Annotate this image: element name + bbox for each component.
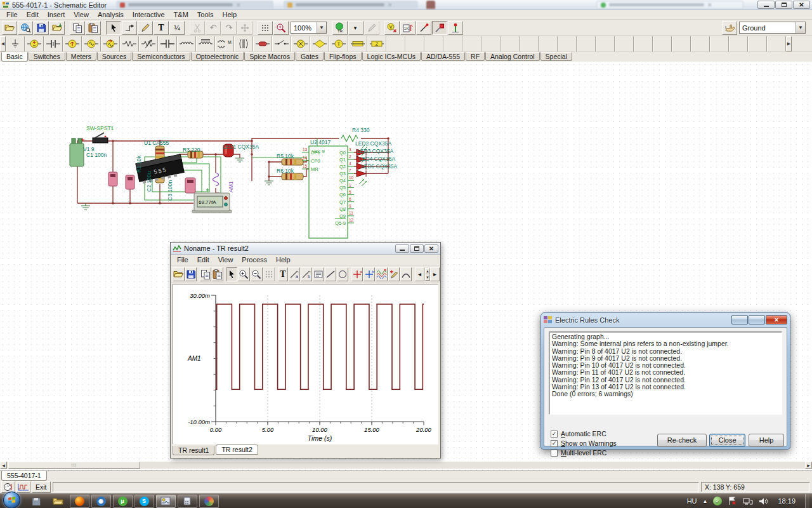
antivirus-icon[interactable]: ✓ <box>713 497 722 505</box>
open-button[interactable] <box>173 267 185 281</box>
select-button[interactable] <box>106 21 121 35</box>
menu-interactive[interactable]: Interactive <box>129 11 169 18</box>
tab-gates[interactable]: Gates <box>296 52 324 61</box>
cursor-a-button[interactable]: a <box>289 267 300 281</box>
close-button[interactable]: Close <box>709 434 745 447</box>
plot-close-button[interactable]: ✕ <box>424 244 438 253</box>
component-capacitor[interactable] <box>158 36 177 51</box>
text-button[interactable]: T <box>278 267 287 281</box>
redo-button[interactable]: ↷ <box>221 21 237 35</box>
component-jumper[interactable] <box>253 36 272 51</box>
pin-signal-button[interactable] <box>448 21 463 35</box>
spin-down-icon[interactable]: ▼ <box>425 274 430 281</box>
plot-menu-file[interactable]: File <box>173 256 192 264</box>
legend-button[interactable] <box>313 267 324 281</box>
scrollbar-thumb[interactable]: ⁞⁞⁞ <box>8 462 140 469</box>
checkbox-automatic-erc[interactable]: ✓Automatic ERC <box>551 429 617 438</box>
text-button[interactable]: T <box>154 21 169 35</box>
erc-maximize-button[interactable] <box>749 315 765 324</box>
component-fuse[interactable] <box>348 36 367 51</box>
save-button[interactable] <box>185 267 197 281</box>
language-indicator[interactable]: HU <box>687 497 697 505</box>
zoom-level-select[interactable]: 100%▼ <box>291 22 327 34</box>
interpolate-button[interactable] <box>400 267 412 281</box>
tab-sources[interactable]: Sources <box>97 52 132 61</box>
component-coupled-inductors[interactable] <box>234 36 253 51</box>
paste-button[interactable] <box>86 21 101 35</box>
tray-expand-icon[interactable]: ▲ <box>703 498 708 504</box>
interactive-button[interactable]: TR <box>332 21 348 35</box>
checkbox-box[interactable] <box>551 450 558 457</box>
tab-semiconductors[interactable]: Semiconductors <box>132 52 190 61</box>
menu-file[interactable]: File <box>3 11 22 18</box>
pencil-button[interactable] <box>138 21 153 35</box>
line-button[interactable] <box>325 267 336 281</box>
open-button[interactable] <box>2 21 17 35</box>
tab-optoelectronic[interactable]: Optoelectronic <box>191 52 244 61</box>
plot-menu-view[interactable]: View <box>214 256 237 264</box>
taskbar-app-floppy[interactable] <box>30 495 43 507</box>
menu-help[interactable]: Help <box>219 11 241 18</box>
action-center-icon[interactable] <box>728 497 737 505</box>
tab-basic[interactable]: Basic <box>1 52 28 62</box>
plot-tab-tr-result2[interactable]: TR result2 <box>216 444 258 455</box>
zoom-out-button[interactable] <box>251 267 263 281</box>
plot-menu-help[interactable]: Help <box>272 256 294 264</box>
taskbar-app-skype[interactable]: S <box>134 495 154 508</box>
network-icon[interactable] <box>743 497 753 505</box>
component-scroll-left[interactable]: ◀ <box>0 36 6 51</box>
erc-minimize-button[interactable] <box>731 315 748 324</box>
scroll-right-icon[interactable]: ▶ <box>805 462 812 469</box>
taskbar-app-explorer[interactable] <box>51 495 64 507</box>
component-iron-core-inductor[interactable] <box>196 36 215 51</box>
plot-titlebar[interactable]: Noname - TR result2 ✕ <box>171 243 440 255</box>
cursor-b-button[interactable]: b <box>301 267 312 281</box>
component-c3[interactable] <box>185 178 195 193</box>
volume-icon[interactable] <box>759 497 768 505</box>
component-current-source[interactable] <box>63 36 82 51</box>
save-button[interactable] <box>34 21 49 35</box>
pin-current-button[interactable] <box>416 21 431 35</box>
diagram-view-button[interactable] <box>16 481 30 493</box>
select-button[interactable] <box>226 267 237 281</box>
component-diode[interactable] <box>310 36 329 51</box>
component-transformer[interactable]: M <box>215 36 234 51</box>
wire-button[interactable] <box>122 21 137 35</box>
re-check-button[interactable]: Re-check <box>657 434 707 447</box>
menu-edit[interactable]: Edit <box>23 11 43 18</box>
pin-probe-button[interactable] <box>432 21 447 35</box>
copy-button[interactable] <box>200 267 211 281</box>
component-r6[interactable] <box>282 173 303 180</box>
menu-insert[interactable]: Insert <box>44 11 69 18</box>
chevron-down-icon[interactable]: ▼ <box>796 22 805 33</box>
spin-up-icon[interactable]: ▲ <box>425 268 430 274</box>
component-resistor[interactable] <box>120 36 139 51</box>
plot-area[interactable]: 30.00m-10.00m0.005.0010.0015.0020.00Time… <box>173 284 438 444</box>
plot-minimize-button[interactable] <box>395 244 409 253</box>
component-voltage-generator[interactable] <box>82 36 101 51</box>
nav-right-button[interactable]: ▸ <box>430 267 440 281</box>
taskbar-app-firefox[interactable] <box>70 495 89 508</box>
document-tab[interactable]: 555-4017-1 <box>1 471 47 481</box>
menu-t-m[interactable]: T&M <box>170 11 192 18</box>
dc-analysis-button[interactable]: V <box>384 21 400 35</box>
curves-button[interactable] <box>376 267 388 281</box>
x-cursor-b-button[interactable]: b <box>363 267 375 281</box>
scroll-left-icon[interactable]: ◀ <box>0 462 7 469</box>
tab-rf[interactable]: RF <box>466 52 485 61</box>
taskbar-app-media-player[interactable]: ◉ <box>91 495 111 508</box>
maximize-button[interactable] <box>775 1 792 9</box>
nav-left-button[interactable]: ◂ <box>415 267 424 281</box>
web-search-button[interactable] <box>18 21 33 35</box>
menu-analysis[interactable]: Analysis <box>94 11 128 18</box>
erc-close-button[interactable]: ✕ <box>766 315 787 324</box>
taskbar-app-utorrent[interactable]: µ <box>113 495 133 508</box>
units-button[interactable]: ¼ <box>169 21 185 35</box>
caret-button[interactable]: ▾ <box>348 21 363 35</box>
menu-view[interactable]: View <box>70 11 93 18</box>
component-ground[interactable] <box>6 36 25 51</box>
component-sw-spst1[interactable] <box>93 133 108 143</box>
copy-button[interactable] <box>70 21 85 35</box>
horizontal-scrollbar[interactable]: ◀ ⁞⁞⁞ ▶ <box>0 462 812 469</box>
erc-message-list[interactable]: Generating graph...Warning: Some interna… <box>549 331 782 415</box>
